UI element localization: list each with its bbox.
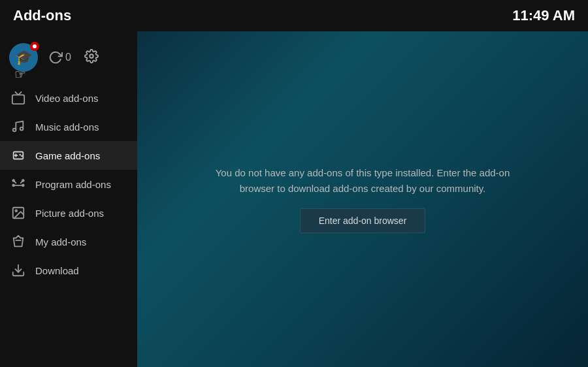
svg-point-12 [12, 184, 14, 186]
svg-point-11 [12, 180, 14, 182]
cursor-hand-icon: ☞ [14, 67, 26, 82]
svg-point-13 [22, 180, 24, 182]
download-label: Download [35, 265, 79, 276]
svg-point-14 [22, 184, 24, 186]
picture-icon [10, 205, 26, 221]
addon-icon-symbol: 🎓 [15, 49, 33, 66]
enter-browser-button[interactable]: Enter add-on browser [300, 208, 426, 233]
sidebar-nav: Video add-ons Music add-ons [0, 81, 137, 285]
refresh-count: 0 [65, 52, 71, 63]
sidebar-item-myadd[interactable]: My add-ons [0, 227, 137, 256]
refresh-button[interactable]: 0 [48, 50, 71, 65]
program-label: Program add-ons [35, 179, 111, 190]
music-icon [10, 119, 26, 135]
program-icon [10, 176, 26, 192]
clock: 11:49 AM [512, 7, 575, 24]
sidebar-item-video[interactable]: Video add-ons [0, 84, 137, 112]
myadd-label: My add-ons [35, 236, 86, 247]
sidebar-top: 🎓 ☞ 0 [0, 38, 137, 81]
game-icon [10, 148, 26, 163]
header: Add-ons 11:49 AM [0, 0, 588, 31]
refresh-icon [48, 50, 63, 65]
svg-point-0 [90, 54, 93, 58]
download-icon [10, 263, 26, 278]
game-label: Game add-ons [35, 150, 100, 161]
sidebar: 🎓 ☞ 0 [0, 31, 137, 367]
video-icon [10, 90, 26, 106]
gear-icon [84, 49, 99, 63]
main-layout: 🎓 ☞ 0 [0, 31, 588, 367]
addon-badge [30, 42, 39, 51]
addon-icon[interactable]: 🎓 ☞ [9, 43, 38, 72]
video-label: Video add-ons [35, 93, 98, 104]
empty-state-text: You do not have any add-ons of this type… [199, 165, 526, 197]
sidebar-item-music[interactable]: Music add-ons [0, 112, 137, 141]
empty-state-message: You do not have any add-ons of this type… [199, 165, 526, 233]
sidebar-item-picture[interactable]: Picture add-ons [0, 199, 137, 227]
sidebar-item-download[interactable]: Download [0, 256, 137, 285]
svg-rect-1 [12, 95, 24, 104]
badge-dot [33, 44, 37, 48]
myadd-icon [10, 234, 26, 249]
music-label: Music add-ons [35, 121, 99, 133]
content-area: You do not have any add-ons of this type… [137, 31, 588, 367]
sidebar-item-game[interactable]: Game add-ons [0, 141, 137, 170]
settings-button[interactable] [84, 49, 99, 67]
picture-label: Picture add-ons [35, 208, 104, 219]
svg-point-16 [15, 210, 17, 212]
sidebar-item-program[interactable]: Program add-ons [0, 170, 137, 199]
page-title: Add-ons [13, 7, 71, 24]
